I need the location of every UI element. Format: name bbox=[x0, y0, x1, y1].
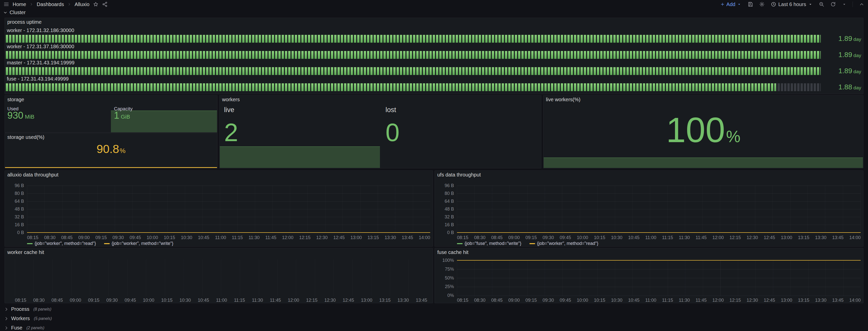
legend-item[interactable]: {job="worker", method="write"} bbox=[104, 241, 174, 246]
y-tick-label: 0% bbox=[447, 293, 454, 298]
row-panel-count: (8 panels) bbox=[33, 307, 51, 311]
x-tick-label: 09:00 bbox=[508, 298, 520, 303]
time-range-picker[interactable]: Last 6 hours bbox=[771, 1, 813, 7]
plot-area[interactable] bbox=[457, 260, 861, 296]
collapsed-row-header[interactable]: Fuse (2 panels) bbox=[0, 323, 868, 331]
stat-value-live-workers: 100% bbox=[544, 109, 863, 161]
live-sparkline-area bbox=[220, 146, 380, 168]
x-tick-label: 12:15 bbox=[730, 235, 741, 240]
collapsed-row-header[interactable]: Process (8 panels) bbox=[0, 304, 868, 314]
share-icon[interactable] bbox=[102, 1, 107, 7]
x-tick-label: 11:15 bbox=[662, 235, 673, 240]
chevron-right-icon bbox=[67, 2, 71, 6]
refresh-icon[interactable] bbox=[830, 1, 836, 7]
gear-icon[interactable] bbox=[759, 1, 765, 7]
legend-color-dash bbox=[27, 243, 33, 244]
chevron-right-icon bbox=[4, 317, 8, 321]
x-tick-label: 14:00 bbox=[849, 235, 861, 240]
panel-storage: storage Used 930MiB Capacity 1GiB bbox=[4, 95, 217, 133]
x-tick-label: 13:30 bbox=[815, 235, 826, 240]
add-button[interactable]: Add bbox=[720, 1, 741, 7]
chevron-right-icon bbox=[4, 307, 8, 311]
x-tick-label: 08:30 bbox=[474, 235, 486, 240]
uptime-gauge: fuse - 172.31.43.194:49999 1.88day bbox=[6, 76, 861, 91]
panel-worker-cache-hit: worker cache hit 08:1508:3008:4509:0009:… bbox=[4, 248, 433, 303]
plot-area[interactable] bbox=[27, 186, 430, 233]
x-tick-label: 12:45 bbox=[764, 298, 775, 303]
plus-icon bbox=[720, 2, 725, 6]
panel-title[interactable]: workers bbox=[222, 97, 240, 102]
chevron-up-icon[interactable] bbox=[859, 1, 865, 7]
panel-live-workers: live workers(%) 100% bbox=[543, 95, 864, 168]
breadcrumb-dashboards[interactable]: Dashboards bbox=[37, 1, 64, 7]
legend-color-dash bbox=[457, 243, 463, 244]
legend-label: {job="worker", method="write"} bbox=[112, 241, 174, 246]
x-tick-label: 08:15 bbox=[457, 298, 468, 303]
plot-area[interactable] bbox=[15, 259, 427, 296]
breadcrumb-home[interactable]: Home bbox=[12, 1, 26, 7]
panel-title[interactable]: storage used(%) bbox=[7, 134, 44, 140]
x-tick-label: 11:15 bbox=[232, 235, 243, 240]
x-tick-label: 10:45 bbox=[198, 235, 210, 240]
x-tick-label: 14:00 bbox=[419, 235, 430, 240]
panel-title[interactable]: storage bbox=[7, 97, 24, 102]
clock-icon bbox=[771, 1, 776, 7]
menu-icon[interactable] bbox=[3, 1, 9, 7]
x-tick-label: 10:30 bbox=[179, 298, 191, 303]
row-header-cluster[interactable]: Cluster bbox=[3, 9, 26, 15]
y-tick-label: 96 B bbox=[14, 183, 24, 188]
panel-process-uptime: process uptime worker - 172.31.32.186:30… bbox=[4, 18, 864, 94]
panel-title[interactable]: live workers(%) bbox=[546, 97, 581, 102]
panel-title[interactable]: worker cache hit bbox=[7, 250, 44, 255]
panel-title[interactable]: alluxio data throughput bbox=[7, 172, 58, 178]
y-tick-label: 0 B bbox=[17, 230, 24, 235]
chevron-right-icon bbox=[30, 2, 33, 6]
stat-value-live: 2 bbox=[224, 120, 238, 145]
legend-item[interactable]: {job="worker", method="read"} bbox=[27, 241, 96, 246]
x-tick-label: 13:30 bbox=[398, 298, 409, 303]
x-tick-label: 09:45 bbox=[560, 298, 571, 303]
panel-fuse-cache-hit: fuse cache hit 100%75%50%25%0% 08:1508:3… bbox=[434, 248, 864, 303]
stat-label-live: live bbox=[224, 106, 235, 114]
gauge-label: master - 172.31.43.194:19999 bbox=[7, 60, 861, 66]
x-tick-label: 12:15 bbox=[306, 298, 317, 303]
caret-down-icon[interactable] bbox=[842, 2, 846, 6]
x-tick-label: 10:15 bbox=[164, 235, 175, 240]
x-tick-label: 12:15 bbox=[730, 298, 741, 303]
panel-title[interactable]: fuse cache hit bbox=[437, 250, 468, 255]
gauge-value: 1.88day bbox=[824, 83, 861, 91]
x-tick-label: 13:30 bbox=[384, 235, 396, 240]
x-tick-label: 08:45 bbox=[52, 298, 63, 303]
gauge-label: worker - 172.31.37.186:30000 bbox=[7, 44, 861, 49]
gauge-bar bbox=[6, 83, 821, 91]
x-tick-label: 11:30 bbox=[252, 298, 263, 303]
x-tick-label: 08:30 bbox=[474, 298, 486, 303]
collapsed-row-header[interactable]: Workers (5 panels) bbox=[0, 314, 868, 323]
stat-value-used: 930MiB bbox=[7, 110, 34, 121]
stat-value-storage-used: 90.8% bbox=[5, 142, 217, 164]
uptime-gauge: master - 172.31.43.194:19999 1.89day bbox=[6, 60, 861, 75]
x-tick-label: 09:15 bbox=[525, 235, 537, 240]
x-tick-label: 08:30 bbox=[44, 235, 56, 240]
uptime-gauge: worker - 172.31.32.186:30000 1.89day bbox=[6, 28, 861, 43]
divider bbox=[852, 1, 853, 7]
panel-ufs-throughput: ufs data throughput 96 B80 B64 B48 B32 B… bbox=[434, 170, 864, 247]
y-tick-label: 48 B bbox=[444, 206, 454, 212]
legend-item[interactable]: {job="fuse", method="write"} bbox=[457, 241, 521, 246]
star-icon[interactable] bbox=[93, 1, 98, 7]
save-icon[interactable] bbox=[747, 1, 753, 7]
panel-alluxio-throughput: alluxio data throughput 96 B80 B64 B48 B… bbox=[4, 170, 433, 247]
x-tick-label: 10:15 bbox=[594, 235, 605, 240]
zoom-out-icon[interactable] bbox=[819, 1, 824, 7]
x-tick-label: 11:15 bbox=[662, 298, 673, 303]
x-tick-label: 11:00 bbox=[215, 235, 226, 240]
x-tick-label: 13:15 bbox=[379, 298, 391, 303]
plot-area[interactable] bbox=[457, 186, 861, 233]
x-tick-label: 10:30 bbox=[611, 298, 622, 303]
time-range-label: Last 6 hours bbox=[778, 1, 806, 7]
y-tick-label: 64 B bbox=[444, 199, 454, 204]
panel-title[interactable]: process uptime bbox=[7, 19, 42, 25]
legend-item[interactable]: {job="worker", method="read"} bbox=[529, 241, 598, 246]
y-tick-label: 64 B bbox=[14, 199, 24, 204]
panel-title[interactable]: ufs data throughput bbox=[437, 172, 481, 178]
